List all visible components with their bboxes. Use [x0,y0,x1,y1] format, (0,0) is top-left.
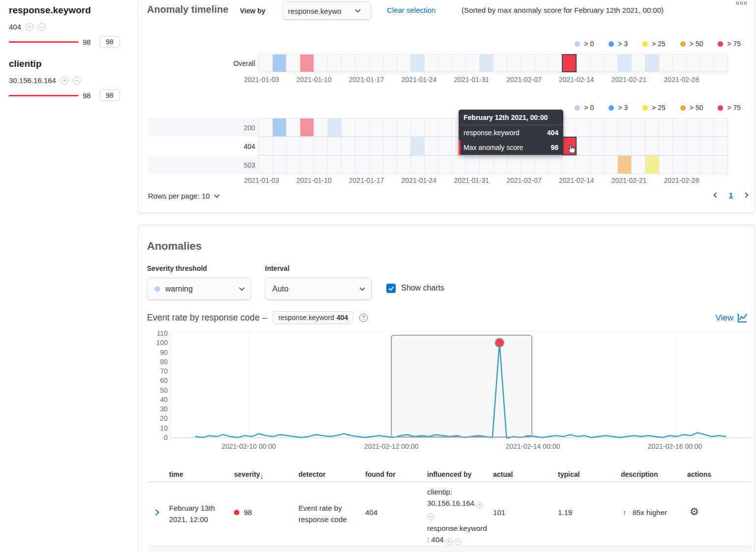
swimlane-cell[interactable] [507,55,521,72]
column-header-time[interactable]: time [169,470,183,478]
swimlane-cell[interactable] [714,118,727,136]
swimlane-cell[interactable] [590,55,604,72]
swimlane-cell[interactable] [590,156,604,174]
swimlane-cell[interactable] [687,118,700,136]
previous-page-icon[interactable] [713,192,719,198]
swimlane-cell[interactable] [287,118,300,136]
view-link[interactable]: View [715,313,748,323]
swimlane-cell[interactable] [521,156,535,174]
swimlane-cell[interactable] [397,55,411,72]
swimlane-cell[interactable] [300,118,314,136]
swimlane-cell[interactable] [700,118,714,136]
swimlane-cell[interactable] [370,118,383,136]
swimlane-cell[interactable] [328,118,342,136]
swimlane-cell[interactable] [300,156,314,174]
swimlane-cell[interactable] [673,118,687,136]
swimlane-cell[interactable] [645,118,659,136]
swimlane-cell[interactable] [659,156,673,174]
swimlane-cell[interactable] [494,156,507,174]
swimlane-cell[interactable] [273,137,287,155]
swimlane-cell[interactable] [687,156,700,174]
show-charts-checkbox[interactable] [386,284,396,293]
page-number[interactable]: 1 [729,191,733,199]
filter-remove-icon[interactable]: − [38,23,46,31]
swimlane-cell[interactable] [562,118,576,136]
swimlane-cell[interactable] [673,137,687,155]
swimlane-cell[interactable] [576,55,590,72]
swimlane-cell[interactable] [370,156,383,174]
swimlane-cell[interactable] [590,137,604,155]
swimlane-cell[interactable] [535,55,549,72]
swimlane-cell[interactable] [342,55,355,72]
swimlane-cell[interactable] [700,137,714,155]
swimlane-cell[interactable] [425,156,438,174]
swimlane-cell[interactable] [604,55,618,72]
swimlane-cell[interactable] [273,156,287,174]
swimlane-cell[interactable] [411,156,425,174]
column-header-description[interactable]: description [621,470,658,478]
swimlane-cell[interactable] [287,55,300,72]
swimlane-cell[interactable] [355,55,369,72]
swimlane-cell[interactable] [535,156,549,174]
swimlane-cell[interactable] [466,156,480,174]
swimlane-cell[interactable] [355,137,369,155]
swimlane-cell[interactable] [673,156,687,174]
swimlane-cell[interactable] [411,118,425,136]
swimlane-cell[interactable] [438,137,452,155]
swimlane-cell[interactable] [411,137,425,155]
swimlane-cell[interactable] [342,156,355,174]
swimlane-cell[interactable] [397,156,411,174]
time-selection-brush[interactable] [391,335,532,437]
column-header-actions[interactable]: actions [687,470,711,478]
swimlane-cell[interactable] [259,55,273,72]
swimlane-cell[interactable] [287,156,300,174]
swimlane-cell[interactable] [645,137,659,155]
column-header-typical[interactable]: typical [558,470,580,478]
column-header-actual[interactable]: actual [493,470,513,478]
swimlane-cell[interactable] [645,156,659,174]
help-icon[interactable]: ? [359,314,368,322]
swimlane-cell[interactable] [549,156,562,174]
row-actions-gear-icon[interactable]: ⚙ [690,506,699,518]
swimlane-cell[interactable] [383,118,397,136]
swimlane-cell[interactable] [452,156,466,174]
expand-row-button[interactable] [154,508,158,516]
swimlane-cell[interactable] [314,118,328,136]
swimlane-cell[interactable] [300,55,314,72]
swimlane-cell[interactable] [604,137,618,155]
swimlane-cell[interactable] [700,55,714,72]
severity-threshold-select[interactable]: warning [147,278,251,300]
view-by-select[interactable]: response.keywo [283,1,371,20]
swimlane-cell[interactable] [438,156,452,174]
swimlane-cell[interactable] [466,55,480,72]
swimlane-cell[interactable] [590,118,604,136]
swimlane-cell[interactable] [425,55,438,72]
swimlane-cell[interactable] [342,118,355,136]
column-header-detector[interactable]: detector [298,470,325,478]
filter-add-icon[interactable]: + [446,538,453,545]
swimlane-cell[interactable] [480,55,494,72]
swimlane-cell[interactable] [480,156,494,174]
rows-per-page-control[interactable]: Rows per page: 10 [148,192,219,200]
swimlane-cell[interactable] [300,137,314,155]
swimlane-cell[interactable] [507,156,521,174]
swimlane-cell[interactable] [370,55,383,72]
swimlane-cell[interactable] [714,137,727,155]
swimlane-cell[interactable] [259,137,273,155]
swimlane-cell[interactable] [287,137,300,155]
swimlane-cell[interactable] [714,55,727,72]
swimlane-cell[interactable] [576,118,590,136]
swimlane-cell[interactable] [328,55,342,72]
swimlane-cell[interactable] [562,156,576,174]
swimlane-cell[interactable] [259,118,273,136]
swimlane-cell[interactable] [549,55,562,72]
swimlane-cell[interactable] [632,156,645,174]
swimlane-cell[interactable] [632,137,645,155]
swimlane-cell[interactable] [411,55,425,72]
swimlane-cell[interactable] [355,118,369,136]
filter-add-icon[interactable]: + [60,77,68,85]
swimlane-cell[interactable] [259,156,273,174]
interval-select[interactable]: Auto [265,278,372,300]
swimlane-cell[interactable] [576,137,590,155]
filter-remove-icon[interactable]: − [73,77,81,85]
